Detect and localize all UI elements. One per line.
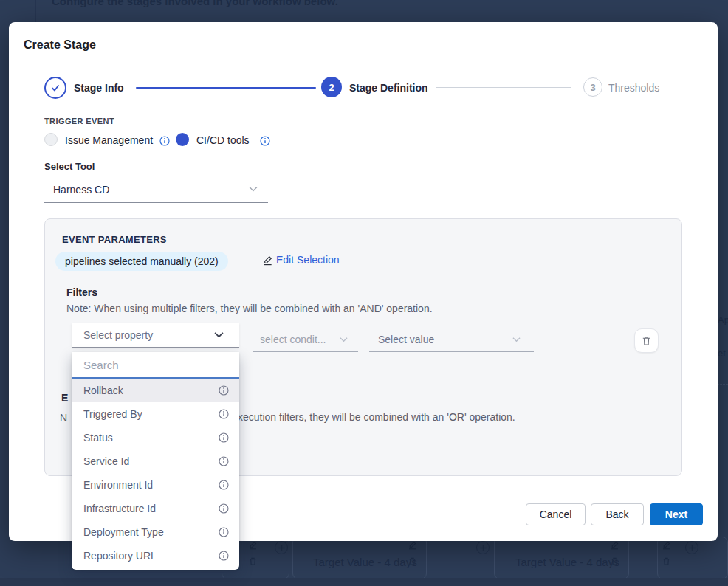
dropdown-item-repository-url[interactable]: Repository URL bbox=[72, 544, 239, 568]
chevron-down-icon bbox=[214, 331, 224, 338]
info-icon[interactable] bbox=[219, 456, 229, 466]
trash-icon bbox=[641, 335, 652, 346]
dropdown-search bbox=[72, 352, 239, 379]
stepper-connector bbox=[436, 87, 571, 88]
add-stage-icon bbox=[275, 541, 288, 554]
dropdown-item-rollback[interactable]: Rollback bbox=[72, 379, 239, 402]
occluded-note-fragment: xecution filters, they will be combined … bbox=[238, 411, 515, 423]
background-text-fragment: et bbox=[718, 348, 726, 359]
edit-icon bbox=[662, 540, 671, 550]
radio-cicd-tools-label[interactable]: CI/CD tools bbox=[196, 134, 250, 146]
search-input[interactable] bbox=[72, 352, 239, 377]
background-text-fragment: Ap bbox=[718, 314, 728, 325]
radio-cicd-tools[interactable] bbox=[176, 133, 189, 146]
info-icon[interactable] bbox=[219, 551, 229, 561]
filters-heading: Filters bbox=[66, 286, 97, 298]
radio-issue-management-label[interactable]: Issue Management bbox=[65, 134, 153, 146]
info-icon[interactable] bbox=[219, 409, 229, 419]
delete-filter-button[interactable] bbox=[634, 328, 659, 353]
filters-note: Note: When using multiple filters, they … bbox=[66, 303, 433, 314]
trigger-event-label: TRIGGER EVENT bbox=[44, 117, 114, 125]
background-card-title: Target Value - 4 days bbox=[515, 556, 619, 568]
dropdown-item-service-id[interactable]: Service Id bbox=[72, 449, 239, 473]
edit-icon bbox=[610, 540, 619, 550]
step-1-indicator[interactable] bbox=[44, 77, 66, 99]
property-dropdown-popover: Rollback Triggered By Status Service Id … bbox=[72, 352, 239, 570]
step-2-indicator[interactable]: 2 bbox=[321, 77, 342, 97]
radio-issue-management[interactable] bbox=[44, 133, 58, 146]
next-button[interactable]: Next bbox=[650, 503, 703, 525]
step-2-label[interactable]: Stage Definition bbox=[349, 82, 428, 94]
condition-select-value: select condit... bbox=[260, 334, 326, 345]
edit-icon bbox=[248, 540, 258, 550]
background-page-heading: Configure the stages involved in your wo… bbox=[52, 0, 338, 7]
background-divider bbox=[35, 0, 36, 22]
tool-select[interactable]: Harness CD bbox=[44, 177, 268, 203]
check-icon bbox=[50, 83, 61, 93]
chevron-down-icon bbox=[249, 186, 258, 192]
trash-icon bbox=[610, 556, 619, 566]
condition-select[interactable]: select condit... bbox=[253, 328, 358, 352]
trash-icon bbox=[408, 556, 417, 566]
edit-icon bbox=[408, 540, 417, 550]
background-dashed-line bbox=[717, 384, 728, 385]
chevron-down-icon bbox=[512, 337, 521, 342]
cancel-button[interactable]: Cancel bbox=[526, 503, 586, 525]
value-select-value: Select value bbox=[378, 334, 434, 345]
select-tool-label: Select Tool bbox=[44, 161, 95, 172]
step-1-label[interactable]: Stage Info bbox=[74, 82, 124, 94]
info-icon[interactable] bbox=[219, 480, 229, 490]
back-button[interactable]: Back bbox=[591, 503, 644, 525]
info-icon[interactable] bbox=[219, 432, 229, 443]
dropdown-item-infrastructure-id[interactable]: Infrastructure Id bbox=[72, 497, 239, 520]
add-stage-icon bbox=[476, 541, 490, 554]
property-select-value: Select property bbox=[83, 329, 153, 341]
dropdown-item-triggered-by[interactable]: Triggered By bbox=[72, 402, 239, 426]
occluded-note-fragment: N bbox=[60, 412, 67, 424]
dropdown-item-status[interactable]: Status bbox=[72, 426, 239, 449]
chevron-down-icon bbox=[340, 337, 348, 342]
value-select[interactable]: Select value bbox=[369, 328, 534, 352]
selection-pill: pipelines selected manually (202) bbox=[55, 252, 228, 271]
background-card-title: Target Value - 4 days bbox=[313, 556, 417, 568]
edit-selection-link[interactable]: Edit Selection bbox=[276, 254, 340, 266]
modal-title: Create Stage bbox=[24, 38, 96, 52]
info-icon[interactable] bbox=[260, 136, 270, 146]
tool-select-value: Harness CD bbox=[53, 184, 109, 196]
dropdown-item-deployment-type[interactable]: Deployment Type bbox=[72, 520, 239, 544]
add-stage-icon bbox=[685, 541, 698, 554]
page-root: Configure the stages involved in your wo… bbox=[0, 0, 728, 586]
info-icon[interactable] bbox=[219, 503, 229, 514]
info-icon[interactable] bbox=[219, 527, 229, 537]
background-strip bbox=[0, 578, 728, 586]
occluded-heading-fragment: E bbox=[61, 392, 68, 404]
dropdown-item-environment-id[interactable]: Environment Id bbox=[72, 473, 239, 497]
stepper-connector bbox=[136, 87, 316, 89]
trash-icon bbox=[662, 556, 671, 566]
edit-icon[interactable] bbox=[262, 255, 273, 266]
event-parameters-heading: EVENT PARAMETERS bbox=[62, 234, 167, 245]
step-3-label[interactable]: Thresholds bbox=[608, 82, 659, 94]
info-icon[interactable] bbox=[219, 385, 229, 396]
trash-icon bbox=[248, 556, 258, 566]
info-icon[interactable] bbox=[159, 136, 170, 146]
step-3-indicator[interactable]: 3 bbox=[583, 77, 602, 97]
property-select[interactable]: Select property bbox=[72, 323, 239, 348]
